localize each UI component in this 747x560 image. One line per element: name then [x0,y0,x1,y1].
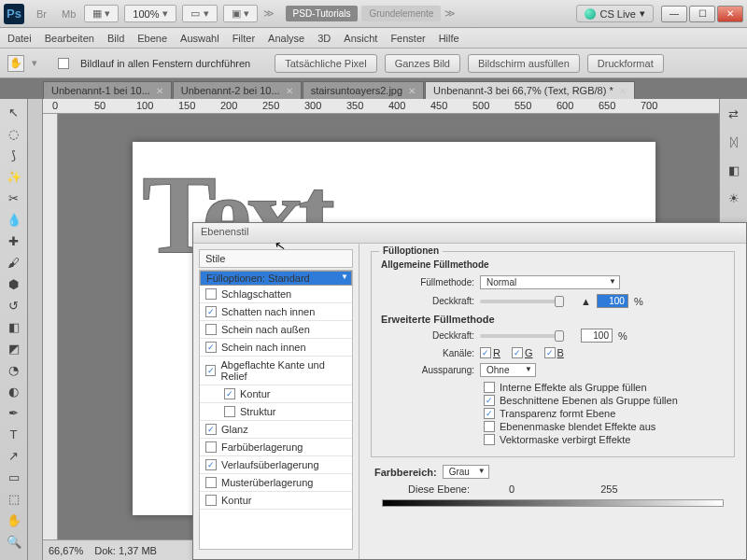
crop-tool-icon[interactable]: ✂ [4,189,24,207]
type-tool-icon[interactable]: T [4,425,24,443]
menu-bearbeiten[interactable]: Bearbeiten [45,33,94,44]
menu-hilfe[interactable]: Hilfe [439,33,459,44]
channel-r-checkbox[interactable]: ✓ [480,347,491,358]
style-item[interactable]: Schein nach außen [200,321,352,339]
style-item[interactable]: ✓Kontur [200,385,352,403]
history-tool-icon[interactable]: ↺ [4,296,24,315]
doc-tab-active[interactable]: Unbenannt-3 bei 66,7% (Text, RGB/8) *✕ [425,81,635,99]
blendif-select[interactable]: Grau [443,465,489,479]
menu-auswahl[interactable]: Auswahl [180,33,219,44]
swatches-icon[interactable]: ◧ [724,161,744,179]
3d-tool-icon[interactable]: ⬚ [4,489,24,508]
gradient-tool-icon[interactable]: ◩ [4,339,24,357]
opt5-checkbox[interactable] [484,434,495,445]
blur-tool-icon[interactable]: ◔ [4,360,24,379]
knockout-select[interactable]: Ohne [480,363,536,377]
opacity-input[interactable]: 100 [597,294,628,308]
style-item[interactable]: Struktur [200,403,352,421]
menu-fenster[interactable]: Fenster [390,33,425,44]
fill-opacity-input[interactable]: 100 [581,329,613,343]
actual-pixels-button[interactable]: Tatsächliche Pixel [275,54,376,73]
br-button[interactable]: Br [30,6,53,22]
style-item[interactable]: ✓Abgeflachte Kante und Relief [200,357,352,385]
cslive-button[interactable]: CS Live ▾ [576,5,654,22]
menu-ansicht[interactable]: Ansicht [344,33,377,44]
menu-ebene[interactable]: Ebene [137,33,167,44]
style-checkbox[interactable] [205,441,217,453]
print-size-button[interactable]: Druckformat [587,54,664,73]
screen-dropdown[interactable]: ▣ ▾ [223,5,258,22]
stamp-tool-icon[interactable]: ⬢ [4,274,24,293]
style-checkbox[interactable]: ✓ [205,306,217,317]
style-item[interactable]: Musterüberlagerung [200,474,352,492]
path-tool-icon[interactable]: ↗ [4,446,24,465]
lasso-tool-icon[interactable]: ⟆ [4,146,24,164]
blendmode-select[interactable]: Normal [480,275,620,289]
style-item[interactable]: ✓Schein nach innen [200,339,352,357]
adjust-icon[interactable]: ☀ [724,189,744,207]
menu-datei[interactable]: Datei [7,33,32,44]
style-checkbox[interactable]: ✓ [205,424,217,435]
style-checkbox[interactable]: ✓ [205,459,217,470]
style-checkbox[interactable] [205,288,217,300]
menu-analyse[interactable]: Analyse [268,33,304,44]
opt3-checkbox[interactable]: ✓ [484,408,495,419]
eraser-tool-icon[interactable]: ◧ [4,317,24,336]
style-checkbox[interactable]: ✓ [224,388,235,399]
opt2-checkbox[interactable]: ✓ [484,395,495,406]
hand-tool-icon[interactable]: ✋ [4,511,24,529]
close-icon[interactable]: ✕ [156,86,163,96]
history-icon[interactable]: ᛞ [724,133,744,151]
doc-tab[interactable]: Unbenannt-2 bei 10...✕ [173,81,302,99]
style-item[interactable]: Schlagschatten [200,286,352,303]
wand-tool-icon[interactable]: ✨ [4,167,24,186]
maximize-button[interactable]: ☐ [689,6,715,22]
marquee-tool-icon[interactable]: ◌ [4,124,24,143]
close-icon[interactable]: ✕ [619,86,627,96]
fill-opacity-slider[interactable] [480,334,564,338]
doc-tab[interactable]: stairsuntoayers2.jpg✕ [303,81,424,99]
zoom-level[interactable]: 66,67% [49,545,83,556]
style-item[interactable]: Fülloptionen: Standard [200,271,352,286]
style-checkbox[interactable] [205,324,217,335]
mb-button[interactable]: Mb [55,6,82,22]
dodge-tool-icon[interactable]: ◐ [4,382,24,400]
menu-bild[interactable]: Bild [107,33,124,44]
style-checkbox[interactable] [224,406,235,417]
style-checkbox[interactable]: ✓ [205,342,217,353]
close-icon[interactable]: ✕ [408,86,416,96]
style-checkbox[interactable] [205,477,217,488]
zoom-dropdown[interactable]: 100% ▾ [124,5,176,22]
move-tool-icon[interactable]: ↖ [4,103,24,121]
style-item[interactable]: ✓Schatten nach innen [200,303,352,321]
swap-icon[interactable]: ⇄ [724,105,744,123]
zoom-tool-icon[interactable]: 🔍 [4,532,24,551]
style-item[interactable]: ✓Verlaufsüberlagerung [200,456,352,474]
scroll-all-checkbox[interactable] [58,58,69,69]
opt4-checkbox[interactable] [484,421,495,432]
minimize-button[interactable]: — [661,6,687,22]
style-checkbox[interactable] [205,495,217,506]
fill-screen-button[interactable]: Bildschirm ausfüllen [468,54,580,73]
close-button[interactable]: ✕ [717,6,743,22]
menu-3d[interactable]: 3D [317,33,331,44]
grundelemente-pill[interactable]: Grundelementе [361,6,441,21]
blendif-gradient[interactable] [382,499,724,507]
eyedropper-tool-icon[interactable]: 💧 [4,210,24,229]
style-item[interactable]: Kontur [200,492,352,510]
styles-tab[interactable]: Stile [199,249,353,268]
healing-tool-icon[interactable]: ✚ [4,231,24,250]
fit-screen-button[interactable]: Ganzes Bild [385,54,460,73]
doc-tab[interactable]: Unbenannt-1 bei 10...✕ [43,81,172,99]
shape-tool-icon[interactable]: ▭ [4,468,24,486]
style-item[interactable]: Farbüberlagerung [200,439,352,456]
hand-tool-icon[interactable]: ✋ [7,55,24,72]
menu-filter[interactable]: Filter [233,33,255,44]
opt1-checkbox[interactable] [484,382,495,393]
channel-b-checkbox[interactable]: ✓ [544,347,556,358]
layout-dropdown[interactable]: ▦ ▾ [84,5,119,22]
style-checkbox[interactable]: ✓ [205,365,216,376]
opacity-slider[interactable] [480,300,564,303]
style-item[interactable]: ✓Glanz [200,421,352,439]
view-dropdown[interactable]: ▭ ▾ [182,5,217,22]
